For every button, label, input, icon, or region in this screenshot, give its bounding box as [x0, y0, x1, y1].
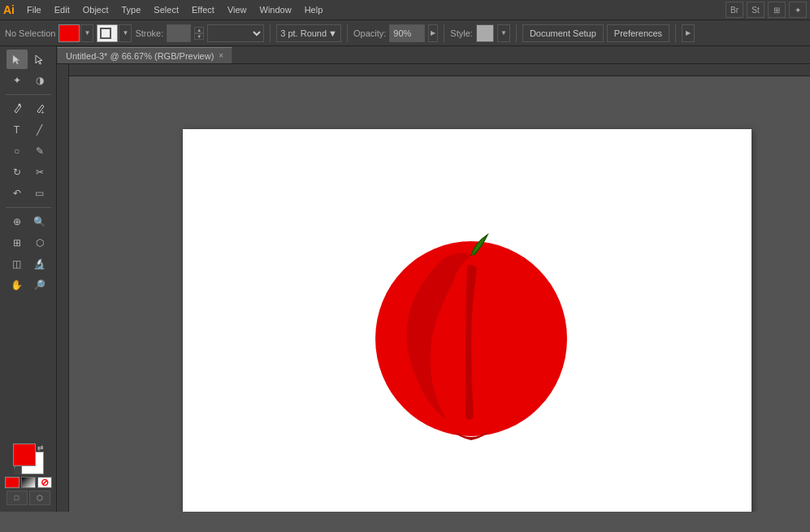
color-section: ⇄ ⬛ ⊘ □ ⬡: [2, 440, 55, 508]
color-mode-row: ⊘: [5, 477, 52, 488]
mesh-tool[interactable]: ⊞: [6, 233, 28, 253]
opacity-label: Opacity:: [353, 28, 386, 38]
add-anchor-tool[interactable]: +: [29, 99, 50, 119]
stroke-up-arrow[interactable]: ▲: [194, 27, 204, 33]
ruler-vertical: [57, 64, 69, 512]
fill-color-control[interactable]: ▼: [58, 24, 93, 42]
shape-builder[interactable]: ⬡: [29, 233, 50, 253]
tool-row-10: ◫ 🔬: [6, 254, 50, 274]
tool-row-5: ○ ✎: [6, 141, 50, 161]
menu-view[interactable]: View: [222, 3, 253, 16]
tool-row-7: ↶ ▭: [6, 184, 50, 203]
style-label: Style:: [450, 28, 473, 38]
type-tool[interactable]: T: [6, 120, 28, 140]
svg-point-0: [18, 104, 20, 106]
reset-colors-icon[interactable]: ⬛: [13, 466, 22, 474]
separator-4: [516, 24, 517, 42]
stroke-down-arrow[interactable]: ▼: [194, 33, 204, 40]
eyedropper-tool[interactable]: 🔬: [29, 254, 50, 274]
rect-tool[interactable]: ▭: [29, 184, 50, 203]
canvas-area[interactable]: Untitled-3* @ 66.67% (RGB/Preview) ×: [57, 46, 810, 512]
swap-colors-icon[interactable]: ⇄: [37, 443, 44, 452]
separator-5: [675, 24, 676, 42]
menu-object[interactable]: Object: [77, 3, 115, 16]
menu-window[interactable]: Window: [254, 3, 297, 16]
pen-tool[interactable]: [6, 99, 28, 119]
gradient-mode-btn[interactable]: [21, 477, 36, 488]
menu-bar: Ai File Edit Object Type Select Effect V…: [0, 0, 810, 20]
tool-sep-1: [6, 94, 51, 95]
app-icons: Br St ⊞ ✦: [726, 2, 807, 18]
change-screen-mode-btn[interactable]: □: [6, 491, 28, 505]
pencil-tool[interactable]: ✎: [29, 141, 50, 161]
star-icon[interactable]: ✦: [789, 2, 807, 18]
bridge-icon[interactable]: Br: [726, 2, 743, 18]
none-mode-btn[interactable]: ⊘: [37, 477, 52, 488]
svg-text:+: +: [41, 109, 45, 115]
hand-tool[interactable]: ✋: [6, 275, 28, 295]
document-setup-button[interactable]: Document Setup: [522, 24, 604, 42]
tool-row-6: ↻ ✂: [6, 162, 50, 182]
opacity-input[interactable]: [389, 24, 425, 42]
style-arrow[interactable]: ▼: [497, 24, 510, 42]
lasso-tool[interactable]: ◑: [29, 71, 50, 90]
brush-label: 3 pt. Round: [280, 28, 327, 38]
zoom-tool-2[interactable]: 🔍: [29, 212, 50, 231]
blend-tool[interactable]: ⊕: [6, 212, 28, 231]
more-options-arrow[interactable]: ▶: [682, 24, 695, 42]
menu-edit[interactable]: Edit: [49, 3, 76, 16]
preferences-button[interactable]: Preferences: [607, 24, 669, 42]
stroke-type-select[interactable]: [207, 24, 264, 42]
active-tab[interactable]: Untitled-3* @ 66.67% (RGB/Preview) ×: [57, 47, 232, 63]
stroke-color-control[interactable]: ▼: [97, 24, 132, 42]
ruler-horizontal: [57, 64, 810, 76]
ellipse-tool[interactable]: ○: [6, 141, 28, 161]
menu-select[interactable]: Select: [148, 3, 184, 16]
fill-mode-btn[interactable]: [5, 477, 19, 488]
menu-file[interactable]: File: [21, 3, 47, 16]
gradient-tool[interactable]: ◫: [6, 254, 28, 274]
tab-close-button[interactable]: ×: [219, 51, 223, 60]
rotate-tool[interactable]: ↻: [6, 162, 28, 182]
stroke-label: Stroke:: [135, 28, 163, 38]
zoom-tool[interactable]: 🔎: [29, 275, 50, 295]
separator-2: [347, 24, 348, 42]
fill-color-arrow[interactable]: ▼: [80, 24, 93, 42]
scissors-tool[interactable]: ✂: [29, 162, 50, 182]
selection-tool[interactable]: [6, 50, 28, 69]
tab-bar: Untitled-3* @ 66.67% (RGB/Preview) ×: [57, 46, 810, 64]
stroke-color-swatch[interactable]: [97, 24, 118, 42]
direct-selection-tool[interactable]: [29, 50, 50, 69]
stroke-spinner[interactable]: ▲ ▼: [194, 27, 204, 40]
canvas-container: [57, 64, 810, 512]
toolbox-bottom-row: □ ⬡: [6, 491, 50, 505]
stock-icon[interactable]: St: [747, 2, 765, 18]
tool-row-8: ⊕ 🔍: [6, 212, 50, 231]
grid-icon[interactable]: ⊞: [768, 2, 786, 18]
tool-row-9: ⊞ ⬡: [6, 233, 50, 253]
foreground-color-swatch[interactable]: [13, 443, 36, 466]
opacity-arrow[interactable]: ▶: [428, 24, 438, 42]
menu-help[interactable]: Help: [299, 3, 329, 16]
tab-title: Untitled-3* @ 66.67% (RGB/Preview): [66, 51, 214, 61]
tool-row-11: ✋ 🔎: [6, 275, 50, 295]
tool-row-3: +: [6, 99, 50, 119]
color-swatches: ⇄ ⬛: [13, 443, 44, 474]
stroke-width-input[interactable]: [167, 24, 191, 42]
artboard: [183, 129, 752, 512]
tool-row-2: ✦ ◑: [6, 71, 50, 90]
style-swatch[interactable]: [476, 24, 494, 42]
app-logo: Ai: [3, 3, 15, 16]
undo-tool[interactable]: ↶: [6, 184, 28, 203]
tool-row-1: [6, 50, 50, 69]
stroke-arrow[interactable]: ▼: [119, 24, 132, 42]
brush-dropdown-icon: ▼: [328, 28, 337, 38]
menu-type[interactable]: Type: [116, 3, 147, 16]
options-bar: No Selection ▼ ▼ Stroke: ▲ ▼ 3 pt. Round…: [0, 20, 810, 46]
line-tool[interactable]: ╱: [29, 120, 50, 140]
draw-mode-btn[interactable]: ⬡: [29, 491, 50, 505]
magic-wand-tool[interactable]: ✦: [6, 71, 28, 90]
menu-effect[interactable]: Effect: [186, 3, 220, 16]
brush-selector[interactable]: 3 pt. Round ▼: [276, 24, 341, 42]
fill-color-swatch[interactable]: [58, 24, 80, 42]
